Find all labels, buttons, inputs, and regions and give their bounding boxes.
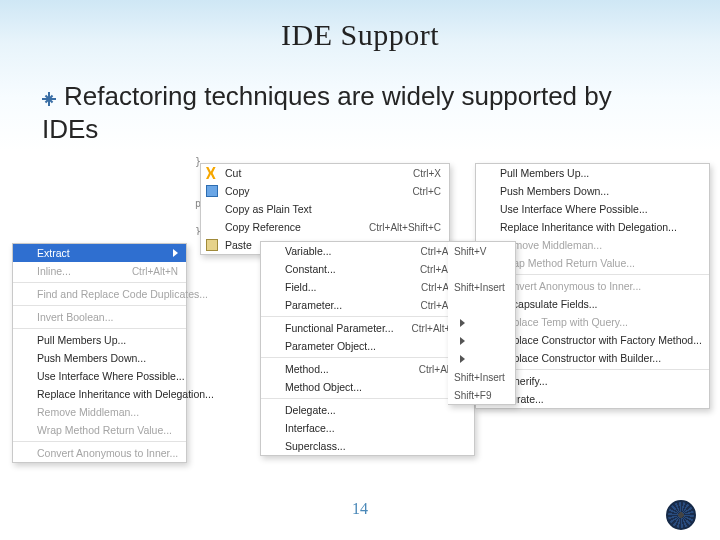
slide-title: IDE Support	[0, 0, 720, 52]
context-menu-label: Copy Reference	[225, 221, 351, 233]
refactor-right-label: Replace Temp with Query...	[500, 316, 701, 328]
shortcut-sliver-row	[448, 314, 515, 332]
refactor-left-separator	[13, 282, 186, 283]
extract-submenu-item[interactable]: Variable...Ctrl+Alt+V	[261, 242, 474, 260]
submenu-arrow-icon	[173, 249, 178, 257]
refactor-right-label: Replace Constructor with Factory Method.…	[500, 334, 702, 346]
extract-submenu-separator	[261, 398, 474, 399]
refactor-left-item[interactable]: Extract	[13, 244, 186, 262]
context-menu-item[interactable]: CutCtrl+X	[201, 164, 449, 182]
shortcut-sliver-row	[448, 332, 515, 350]
extract-submenu-item[interactable]: Method Object...	[261, 378, 474, 396]
refactor-left-label: Push Members Down...	[37, 352, 178, 364]
context-menu-label: Copy	[225, 185, 394, 197]
refactor-left-item[interactable]: Push Members Down...	[13, 349, 186, 367]
refactor-right-label: Push Members Down...	[500, 185, 701, 197]
refactor-left-item[interactable]: Use Interface Where Possible...	[13, 367, 186, 385]
refactor-right-label: Convert Anonymous to Inner...	[500, 280, 701, 292]
extract-submenu-item[interactable]: Parameter...Ctrl+Alt+P	[261, 296, 474, 314]
context-menu-item[interactable]: Copy as Plain Text	[201, 200, 449, 218]
refactor-right-item[interactable]: Use Interface Where Possible...	[476, 200, 709, 218]
extract-submenu: Variable...Ctrl+Alt+VConstant...Ctrl+Alt…	[260, 241, 475, 456]
shortcut-sliver-row: Shift+Insert	[448, 278, 515, 296]
refactor-left-item: Invert Boolean...	[13, 308, 186, 326]
extract-submenu-label: Method Object...	[285, 381, 466, 393]
submenu-arrow-icon	[460, 319, 465, 327]
copy-icon	[206, 185, 218, 197]
extract-submenu-item[interactable]: Constant...Ctrl+Alt+C	[261, 260, 474, 278]
shortcut-sliver-row: Shift+F9	[448, 386, 515, 404]
shortcut-sliver-row: Shift+Insert	[448, 368, 515, 386]
shortcut-sliver-row	[448, 260, 515, 278]
extract-submenu-item[interactable]: Field...Ctrl+Alt+F	[261, 278, 474, 296]
shortcut-sliver: Shift+VShift+InsertShift+InsertShift+F9	[448, 241, 516, 405]
refactor-left-item[interactable]: Replace Inheritance with Delegation...	[13, 385, 186, 403]
extract-submenu-item[interactable]: Parameter Object...	[261, 337, 474, 355]
refactor-right-label: Encapsulate Fields...	[500, 298, 701, 310]
extract-submenu-label: Parameter...	[285, 299, 402, 311]
extract-submenu-item[interactable]: Interface...	[261, 419, 474, 437]
extract-submenu-item[interactable]: Method...Ctrl+Alt+M	[261, 360, 474, 378]
extract-submenu-label: Variable...	[285, 245, 402, 257]
context-menu-item[interactable]: CopyCtrl+C	[201, 182, 449, 200]
context-menu-shortcut: Ctrl+C	[394, 186, 441, 197]
refactor-left-label: Remove Middleman...	[37, 406, 178, 418]
refactor-right-label: Use Interface Where Possible...	[500, 203, 701, 215]
refactor-left-item[interactable]: Pull Members Up...	[13, 331, 186, 349]
refactor-right-label: Remove Middleman...	[500, 239, 701, 251]
extract-submenu-item[interactable]: Functional Parameter...Ctrl+Alt+Shift+P	[261, 319, 474, 337]
shortcut-sliver-row	[448, 350, 515, 368]
shortcut-sliver-text: Shift+Insert	[454, 282, 505, 293]
extract-submenu-label: Superclass...	[285, 440, 466, 452]
shortcut-sliver-row: Shift+V	[448, 242, 515, 260]
context-menu-label: Copy as Plain Text	[225, 203, 441, 215]
refactor-left-item: Find and Replace Code Duplicates...	[13, 285, 186, 303]
refactor-right-item[interactable]: Pull Members Up...	[476, 164, 709, 182]
university-logo-icon	[666, 500, 696, 530]
refactor-right-item[interactable]: Push Members Down...	[476, 182, 709, 200]
refactor-left-item: Inline...Ctrl+Alt+N	[13, 262, 186, 280]
extract-submenu-label: Field...	[285, 281, 403, 293]
shortcut-sliver-text: Shift+Insert	[454, 372, 505, 383]
refactor-right-label: Generify...	[500, 375, 701, 387]
refactor-right-item[interactable]: Replace Inheritance with Delegation...	[476, 218, 709, 236]
refactor-left-item: Wrap Method Return Value...	[13, 421, 186, 439]
extract-submenu-label: Method...	[285, 363, 401, 375]
refactor-left-label: Inline...	[37, 265, 114, 277]
context-menu-item[interactable]: Copy ReferenceCtrl+Alt+Shift+C	[201, 218, 449, 236]
extract-submenu-separator	[261, 316, 474, 317]
context-menu-shortcut: Ctrl+X	[395, 168, 441, 179]
refactor-left-item: Remove Middleman...	[13, 403, 186, 421]
refactor-right-label: Replace Constructor with Builder...	[500, 352, 701, 364]
submenu-arrow-icon	[460, 355, 465, 363]
page-number: 14	[0, 500, 720, 518]
refactor-left-label: Pull Members Up...	[37, 334, 178, 346]
extract-submenu-item[interactable]: Superclass...	[261, 437, 474, 455]
extract-submenu-label: Constant...	[285, 263, 402, 275]
refactor-right-label: Wrap Method Return Value...	[500, 257, 701, 269]
refactor-left-shortcut: Ctrl+Alt+N	[114, 266, 178, 277]
shortcut-sliver-text: Shift+F9	[454, 390, 492, 401]
refactor-left-separator	[13, 328, 186, 329]
refactor-right-label: Pull Members Up...	[500, 167, 701, 179]
paste-icon	[206, 239, 218, 251]
refactor-left-separator	[13, 441, 186, 442]
extract-submenu-item[interactable]: Delegate...	[261, 401, 474, 419]
screenshots-area: } this. public cl } class Shap CutCtrl+X…	[0, 155, 720, 475]
refactor-left-label: Use Interface Where Possible...	[37, 370, 185, 382]
refactor-menu-left: ExtractInline...Ctrl+Alt+NFind and Repla…	[12, 243, 187, 463]
footer-strip	[0, 522, 720, 540]
bullet-line: Refactoring techniques are widely suppor…	[42, 80, 662, 145]
refactor-left-label: Extract	[37, 247, 167, 259]
refactor-right-label: Migrate...	[500, 393, 701, 405]
refactor-left-label: Wrap Method Return Value...	[37, 424, 178, 436]
context-menu-shortcut: Ctrl+Alt+Shift+C	[351, 222, 441, 233]
extract-submenu-separator	[261, 357, 474, 358]
context-menu-label: Cut	[225, 167, 395, 179]
extract-submenu-label: Parameter Object...	[285, 340, 466, 352]
bullet-text: Refactoring techniques are widely suppor…	[42, 81, 612, 144]
sparkle-bullet-icon	[42, 92, 56, 106]
cut-icon	[206, 167, 218, 179]
refactor-left-label: Find and Replace Code Duplicates...	[37, 288, 208, 300]
refactor-left-item: Convert Anonymous to Inner...	[13, 444, 186, 462]
